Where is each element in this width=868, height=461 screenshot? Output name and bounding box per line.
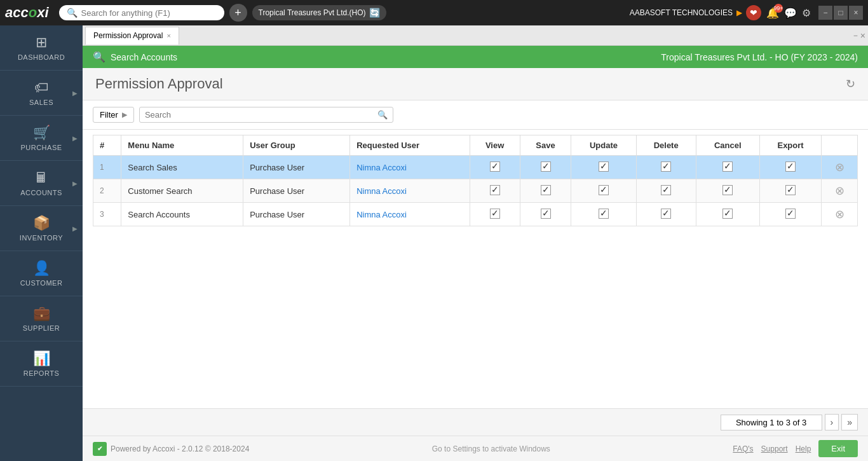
minimize-button[interactable]: − — [818, 6, 832, 20]
sidebar-item-sales[interactable]: 🏷 SALES ▶ — [0, 71, 83, 116]
cell-menu-name: Search Accounts — [121, 203, 243, 226]
help-link[interactable]: Help — [796, 444, 811, 453]
close-button[interactable]: × — [849, 6, 863, 20]
cell-update[interactable] — [571, 179, 636, 203]
tab-permission-approval[interactable]: Permission Approval × — [85, 27, 179, 45]
delete-checkbox[interactable] — [661, 185, 671, 195]
cell-num: 1 — [93, 156, 121, 179]
export-checkbox[interactable] — [785, 162, 796, 172]
cell-view[interactable] — [470, 156, 520, 179]
filter-search-icon[interactable]: 🔍 — [377, 110, 388, 120]
save-checkbox[interactable] — [541, 209, 551, 219]
cell-action[interactable]: ⊗ — [822, 203, 858, 226]
cell-requested-user[interactable]: Nimna Accoxi — [350, 179, 470, 203]
update-checkbox[interactable] — [599, 162, 609, 172]
filter-search-bar[interactable]: 🔍 — [139, 107, 393, 123]
accounts-expand-icon: ▶ — [72, 180, 78, 187]
powered-by-text: Powered by Accoxi - 2.0.12 © 2018-2024 — [111, 444, 249, 453]
sidebar-item-reports[interactable]: 📊 REPORTS — [0, 341, 83, 387]
cell-view[interactable] — [470, 179, 520, 203]
cell-save[interactable] — [520, 156, 571, 179]
pagination-next-button[interactable]: › — [825, 414, 839, 430]
save-checkbox[interactable] — [541, 185, 551, 195]
cell-delete[interactable] — [636, 203, 696, 226]
delete-checkbox[interactable] — [661, 162, 671, 172]
table-row[interactable]: 1 Search Sales Purchase User Nimna Accox… — [93, 156, 858, 179]
cell-requested-user[interactable]: Nimna Accoxi — [350, 203, 470, 226]
sidebar-item-customer[interactable]: 👤 CUSTOMER — [0, 251, 83, 296]
faq-link[interactable]: FAQ's — [733, 444, 753, 453]
sidebar-label-sales: SALES — [29, 99, 53, 106]
cell-action[interactable]: ⊗ — [822, 156, 858, 179]
reports-icon: 📊 — [33, 350, 50, 367]
cell-num: 2 — [93, 179, 121, 203]
green-header-left: 🔍 Search Accounts — [93, 51, 177, 63]
cell-action[interactable]: ⊗ — [822, 179, 858, 203]
sidebar-item-purchase[interactable]: 🛒 PURCHASE ▶ — [0, 116, 83, 161]
sidebar-label-reports: REPORTS — [24, 369, 59, 377]
export-checkbox[interactable] — [785, 185, 796, 195]
cell-delete[interactable] — [636, 179, 696, 203]
cell-cancel[interactable] — [696, 156, 759, 179]
cell-update[interactable] — [571, 156, 636, 179]
cancel-checkbox[interactable] — [722, 209, 733, 219]
sidebar-item-inventory[interactable]: 📦 INVENTORY ▶ — [0, 206, 83, 251]
maximize-button[interactable]: □ — [834, 6, 848, 20]
cancel-checkbox[interactable] — [722, 162, 733, 172]
filter-arrow-icon: ▶ — [122, 111, 127, 119]
cell-cancel[interactable] — [696, 179, 759, 203]
update-checkbox[interactable] — [599, 185, 609, 195]
settings-icon[interactable]: ⚙ — [802, 7, 811, 19]
global-search-bar[interactable]: 🔍 — [59, 5, 224, 20]
add-button[interactable]: + — [229, 4, 247, 22]
row-action-icon[interactable]: ⊗ — [835, 208, 844, 221]
cell-export[interactable] — [759, 179, 822, 203]
tab-bar: Permission Approval × − × — [83, 25, 868, 46]
cell-export[interactable] — [759, 203, 822, 226]
filter-label-text: Filter — [100, 110, 118, 120]
permission-table: # Menu Name User Group Requested User Vi… — [93, 135, 858, 226]
tab-close-icon[interactable]: × — [166, 32, 170, 39]
sidebar-item-supplier[interactable]: 💼 SUPPLIER — [0, 296, 83, 341]
cell-save[interactable] — [520, 179, 571, 203]
cell-update[interactable] — [571, 203, 636, 226]
cell-delete[interactable] — [636, 156, 696, 179]
filter-button[interactable]: Filter ▶ — [93, 107, 134, 123]
cell-cancel[interactable] — [696, 203, 759, 226]
messages-icon[interactable]: 💬 — [784, 7, 797, 19]
page-refresh-icon[interactable]: ↻ — [846, 77, 855, 91]
user-chevron-icon[interactable]: ▶ — [736, 8, 742, 17]
notifications-icon[interactable]: 🔔 99+ — [766, 7, 779, 19]
view-checkbox[interactable] — [490, 162, 500, 172]
support-link[interactable]: Support — [761, 444, 788, 453]
tab-close-right-icon[interactable]: × — [860, 31, 865, 41]
cell-view[interactable] — [470, 203, 520, 226]
row-action-icon[interactable]: ⊗ — [835, 161, 844, 174]
cancel-checkbox[interactable] — [722, 185, 733, 195]
delete-checkbox[interactable] — [661, 209, 671, 219]
supplier-icon: 💼 — [33, 305, 50, 322]
view-checkbox[interactable] — [490, 185, 500, 195]
filter-search-input[interactable] — [145, 110, 375, 120]
exit-button[interactable]: Exit — [818, 440, 858, 457]
save-checkbox[interactable] — [541, 162, 551, 172]
pagination-last-button[interactable]: » — [841, 414, 858, 430]
cell-export[interactable] — [759, 156, 822, 179]
col-num: # — [93, 135, 121, 156]
pagination-bar: Showing 1 to 3 of 3 › » — [83, 408, 868, 436]
sidebar-item-dashboard[interactable]: ⊞ DASHBOARD — [0, 25, 83, 71]
company-selector[interactable]: Tropical Treasures Pvt Ltd.(HO) 🔄 — [252, 5, 387, 20]
view-checkbox[interactable] — [490, 209, 500, 219]
tab-pin-icon[interactable]: − — [853, 31, 858, 40]
table-row[interactable]: 3 Search Accounts Purchase User Nimna Ac… — [93, 203, 858, 226]
row-action-icon[interactable]: ⊗ — [835, 184, 844, 197]
sidebar-item-accounts[interactable]: 🖩 ACCOUNTS ▶ — [0, 161, 83, 206]
cell-requested-user[interactable]: Nimna Accoxi — [350, 156, 470, 179]
top-icons: 🔔 99+ 💬 ⚙ — [766, 7, 811, 19]
export-checkbox[interactable] — [785, 209, 796, 219]
update-checkbox[interactable] — [599, 209, 609, 219]
company-refresh-icon[interactable]: 🔄 — [369, 8, 380, 18]
cell-save[interactable] — [520, 203, 571, 226]
table-row[interactable]: 2 Customer Search Purchase User Nimna Ac… — [93, 179, 858, 203]
global-search-input[interactable] — [81, 8, 208, 18]
